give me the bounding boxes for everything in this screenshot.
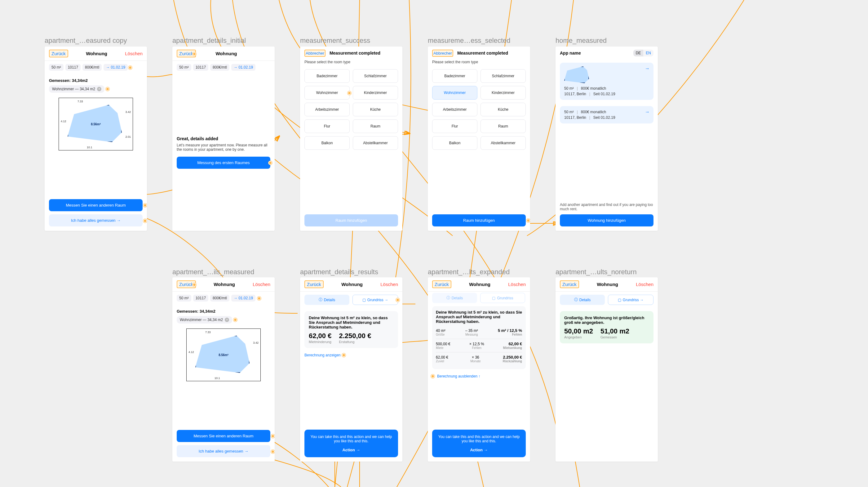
cancel-button[interactable]: Abbrecher [432, 50, 453, 57]
segmented-control-scrolled: ⓘDetails ▢Grundriss [428, 292, 530, 303]
room-type-wohnzimmer-selected[interactable]: Wohnzimmer [432, 86, 477, 99]
action-button[interactable]: Action → [437, 448, 521, 452]
room-type-arbeitszimmer[interactable]: Arbeitszimmer [432, 103, 477, 116]
cancel-button[interactable]: Abbrecher [304, 50, 326, 57]
floorplan-icon: ▢ [492, 296, 495, 300]
chip-zip[interactable]: 10117 [65, 64, 81, 71]
delete-button[interactable]: Löschen [253, 282, 270, 287]
room-type-flur[interactable]: Flur [304, 119, 350, 133]
done-measuring-button[interactable]: Ich habe alles gemessen → [177, 445, 270, 457]
segment-details[interactable]: ⓘ Details [304, 295, 349, 305]
room-type-grid: Badezimmer Schlafzimmer Wohnzimmer Kinde… [428, 66, 530, 153]
hotspot-icon [234, 318, 237, 322]
delete-button[interactable]: Löschen [125, 51, 143, 56]
chip-date[interactable]: → 01.02.19 [231, 64, 255, 71]
room-type-wohnzimmer[interactable]: Wohnzimmer [304, 86, 350, 99]
value-erstattung: 2.250,00 € [339, 332, 371, 340]
room-type-flur[interactable]: Flur [432, 119, 477, 133]
chevron-right-icon: → [645, 66, 650, 71]
lang-de[interactable]: DE [633, 50, 644, 56]
room-type-schlafzimmer[interactable]: Schlafzimmer [353, 69, 398, 83]
chip-date[interactable]: → 01.02.19 [231, 295, 255, 302]
floorplan-icon: ▢ [618, 298, 621, 302]
start-measure-button[interactable]: Messung des ersten Raumes [177, 156, 270, 169]
room-type-schlafzimmer[interactable]: Schlafzimmer [480, 69, 526, 83]
navbar: Abbrecher Measurement completed [428, 47, 530, 60]
navbar: Zurück Wohnung Löschen [428, 277, 530, 292]
chip-zip[interactable]: 10117 [193, 295, 208, 302]
chip-size[interactable]: 50 m² [177, 295, 191, 302]
language-toggle[interactable]: DE EN [633, 50, 653, 56]
back-button[interactable]: Zurück [304, 280, 323, 288]
frame-label-9: apartment_…ults_noreturn [556, 268, 637, 276]
segment-grundriss[interactable]: ▢ Grundriss → [608, 295, 653, 305]
segment-grundriss[interactable]: ▢Grundriss [480, 293, 525, 303]
room-type-kueche[interactable]: Küche [353, 103, 398, 116]
detail-chips: 50 m² 10117 800€/mtl → 01.02.19 [173, 292, 275, 305]
close-icon[interactable]: × [225, 318, 229, 322]
frame-home-measured: App name DE EN → 50 m²|800€ monatlich 10… [556, 47, 658, 231]
add-apartment-button[interactable]: Wohnung hinzufügen [560, 214, 653, 226]
chip-rent[interactable]: 800€/mtl [83, 64, 102, 71]
room-type-abstellkammer[interactable]: Abstellkammer [480, 136, 526, 150]
room-chip[interactable]: Wohnzimmer — 34,34 m2 × [49, 85, 104, 93]
segment-details[interactable]: ⓘDetails [432, 293, 477, 303]
room-type-abstellkammer[interactable]: Abstellkammer [353, 136, 398, 150]
chip-zip[interactable]: 10117 [193, 64, 208, 71]
apartment-card[interactable]: → 50 m²|800€ monatlich 10117, Berlin|Sei… [560, 63, 653, 100]
back-button[interactable]: Zurück [560, 280, 579, 288]
hotspot-icon [143, 203, 147, 207]
frame-measurement-success-selected: Abbrecher Measurement completed Please s… [428, 47, 530, 231]
apartment-card[interactable]: → 50 m²|800€ monatlich 10117, Berlin|Sei… [560, 106, 653, 123]
delete-button[interactable]: Löschen [636, 282, 653, 287]
action-button[interactable]: Action → [309, 448, 393, 452]
segment-details[interactable]: ⓘ Details [560, 295, 605, 305]
delete-button[interactable]: Löschen [508, 282, 526, 287]
lang-en[interactable]: EN [643, 50, 653, 56]
summary-title: Deine Wohnung ist 5 m² zu klein, so dass… [309, 315, 394, 330]
room-type-kueche[interactable]: Küche [480, 103, 526, 116]
chip-rent[interactable]: 800€/mtl [210, 64, 229, 71]
show-calculation-link[interactable]: Berechnung anzeigen [300, 351, 402, 359]
info-icon: ⓘ [319, 297, 322, 303]
segment-grundriss[interactable]: ▢ Grundriss → [352, 295, 398, 305]
back-button[interactable]: Zurück [49, 50, 68, 57]
footer-help-text: Add another apartment and find out if yo… [556, 203, 658, 211]
action-card[interactable]: You can take this and this action and we… [432, 430, 526, 457]
page-title: Measurement completed [330, 50, 380, 56]
room-type-kinderzimmer[interactable]: Kinderzimmer [480, 86, 526, 99]
action-card[interactable]: You can take this and this action and we… [304, 430, 398, 457]
room-type-kinderzimmer[interactable]: Kinderzimmer [353, 86, 398, 99]
frame-apartment-measured-copy: Zurück Wohnung Löschen 50 m² 10117 800€/… [44, 47, 147, 231]
floorplan: 8.56m² 7.33 3.42 2.01 10.1 4.12 [59, 98, 133, 150]
floorplan: 8.56m² 7.33 3.42 10.1 4.12 [186, 328, 261, 381]
hotspot-icon [257, 296, 261, 300]
room-type-raum[interactable]: Raum [353, 119, 398, 133]
frame-label-5: home_measured [556, 37, 607, 45]
chip-size[interactable]: 50 m² [177, 64, 191, 71]
delete-button[interactable]: Löschen [380, 282, 398, 287]
room-type-badezimmer[interactable]: Badezimmer [432, 69, 477, 83]
chip-size[interactable]: 50 m² [49, 64, 64, 71]
close-icon[interactable]: × [97, 87, 101, 91]
hide-calculation-link[interactable]: Berechnung ausblenden ↑ [428, 372, 530, 380]
room-type-arbeitszimmer[interactable]: Arbeitszimmer [304, 103, 350, 116]
page-title: Measurement completed [457, 50, 508, 56]
hotspot-icon [347, 91, 351, 95]
done-measuring-button[interactable]: Ich habe alles gemessen → [49, 214, 143, 226]
room-type-balkon[interactable]: Balkon [432, 136, 477, 150]
room-type-badezimmer[interactable]: Badezimmer [304, 69, 350, 83]
summary-title: Großartig. Ihre Wohnung ist größer/gleic… [564, 315, 649, 325]
room-type-balkon[interactable]: Balkon [304, 136, 350, 150]
back-button[interactable]: Zurück [432, 280, 452, 288]
room-chip[interactable]: Wohnzimmer — 34,34 m2 × [177, 316, 232, 323]
add-room-button[interactable]: Raum hinzufügen [432, 214, 526, 226]
page-title: Wohnung [469, 282, 490, 287]
room-type-raum[interactable]: Raum [480, 119, 526, 133]
chip-rent[interactable]: 800€/mtl [210, 295, 229, 302]
measure-another-button[interactable]: Messen Sie einen anderen Raum [177, 430, 270, 442]
chip-date[interactable]: → 01.02.19 [103, 64, 128, 71]
navbar: Zurück Wohnung [173, 47, 275, 61]
measure-another-button[interactable]: Messen Sie einen anderen Raum [49, 199, 143, 211]
content: Gemessen: 34,34m2 Wohnzimmer — 34,34 m2 … [44, 74, 147, 199]
